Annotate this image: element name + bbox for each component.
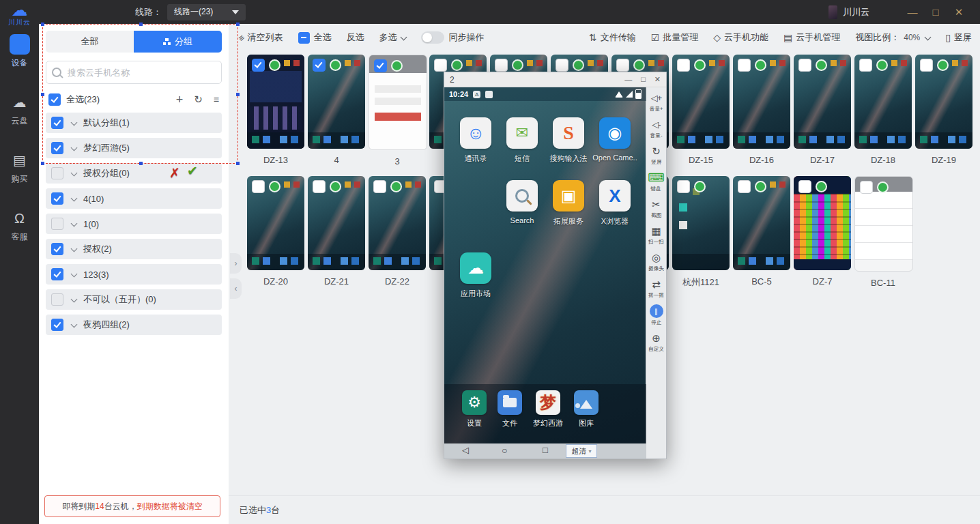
phone-thumbnail-screen[interactable] [854,55,912,149]
sidebar-nav-item[interactable]: 设备 [0,34,39,69]
phone-thumbnail-cell[interactable]: DZ-20 [247,176,304,287]
sync-operation-toggle-item[interactable]: 同步操作 [421,31,485,44]
app-shortcut[interactable]: S 搜狗输入法 [545,117,592,164]
phone-control-button[interactable]: ◎ 摄像头 [647,251,665,273]
app-shortcut[interactable]: ☺ 通讯录 [452,117,499,164]
phone-manage-button[interactable]: ▤云手机管理 [783,31,840,44]
invert-selection-button[interactable]: 反选 [347,31,364,44]
phone-control-button[interactable]: ◁- 音量- [649,118,663,140]
phone-thumbnail-screen[interactable] [308,55,365,149]
4(10)[interactable]: 4(10) [46,188,222,209]
search-input[interactable] [66,67,216,78]
select-all-indeterminate-checkbox[interactable] [298,32,310,44]
app-shortcut[interactable]: ☁ 应用市场 [452,252,499,299]
phone-control-button[interactable]: ∥ 停止 [650,304,663,327]
maximize-button[interactable]: □ [924,6,947,18]
sidebar-nav-item[interactable]: Ω 客服 [0,208,39,243]
group-checkbox[interactable] [51,192,63,205]
panel-expand-button[interactable]: › [230,253,242,274]
phone-thumbnail-cell[interactable]: DZ-15 [672,55,730,165]
chevron-down-icon[interactable] [71,194,78,201]
phone-thumbnail-cell[interactable]: 3 [369,55,426,166]
phone-control-button[interactable]: ⊕ 自定义 [647,332,665,353]
dock-app-shortcut[interactable]: 梦 梦幻西游 [533,390,563,428]
annotation-handle[interactable] [236,162,240,165]
view-scale-control[interactable]: 视图比例： 40% [855,31,930,44]
thumbnail-checkbox[interactable] [252,180,265,193]
phone-thumbnail-screen[interactable] [794,55,851,149]
phone-thumbnail-cell[interactable]: BC-11 [854,176,912,288]
file-transfer-button[interactable]: ⇅文件传输 [589,31,636,44]
multi-select-button[interactable]: 多选 [379,31,406,44]
chevron-down-icon[interactable] [71,220,78,227]
thumbnail-checkbox[interactable] [798,59,811,72]
phone-functions-button[interactable]: ◇云手机功能 [713,31,768,44]
phone-minimize-button[interactable]: — [624,75,632,84]
portrait-mode-button[interactable]: ▯竖屏 [945,31,972,44]
phone-thumbnail-screen[interactable] [915,55,972,149]
group-checkbox[interactable] [51,218,63,230]
search-box[interactable] [46,61,222,84]
phone-maximize-button[interactable]: □ [641,75,646,84]
sidebar-nav-item[interactable]: ▤ 购买 [0,150,39,185]
phone-thumbnail-screen[interactable] [672,176,730,270]
group-checkbox[interactable] [51,293,63,306]
refresh-icon[interactable]: ↻ [194,93,203,106]
phone-thumbnail-cell[interactable]: DZ-16 [733,55,790,165]
minimize-button[interactable]: — [901,6,924,18]
phone-control-button[interactable]: ✂ 截图 [650,198,663,220]
123(3)[interactable]: 123(3) [46,264,222,285]
clear-list-button[interactable]: ≡ 清空列表 [239,31,283,44]
夜鸦四组(2)[interactable]: 夜鸦四组(2) [46,315,222,335]
batch-manage-button[interactable]: ☑批量管理 [651,31,699,44]
phone-control-button[interactable]: ⇄ 摇一摇 [647,278,665,300]
phone-thumbnail-cell[interactable]: DZ-7 [794,176,851,287]
thumbnail-checkbox[interactable] [677,180,690,193]
annotation-handle[interactable] [236,93,240,96]
phone-control-button[interactable]: ▦ 扫一扫 [647,224,665,246]
thumbnail-checkbox[interactable] [859,59,872,72]
thumbnail-checkbox[interactable] [798,180,811,193]
app-shortcut[interactable]: ✉ 短信 [499,117,545,164]
chevron-down-icon[interactable] [71,144,78,151]
phone-thumbnail-screen[interactable] [308,176,365,270]
thumbnail-checkbox[interactable] [374,59,387,72]
phone-thumbnail-cell[interactable]: DZ-18 [854,55,912,165]
phone-thumbnail-screen[interactable] [369,176,426,270]
thumbnail-checkbox[interactable] [738,59,751,72]
thumbnail-checkbox[interactable] [313,180,326,193]
1(0)[interactable]: 1(0) [46,214,222,234]
thumbnail-checkbox[interactable] [860,181,873,194]
app-shortcut[interactable]: Search [499,180,545,224]
panel-collapse-button[interactable]: ‹ [230,278,242,299]
phone-thumbnail-screen[interactable] [733,55,790,149]
phone-thumbnail-cell[interactable]: BC-5 [733,176,790,287]
app-shortcut[interactable]: X X浏览器 [592,180,638,227]
梦幻西游(5)[interactable]: 梦幻西游(5) [46,138,222,158]
授权(2)[interactable]: 授权(2) [46,239,222,259]
close-button[interactable]: ✕ [947,6,970,18]
不可以（五开）(0)[interactable]: 不可以（五开）(0) [46,289,222,310]
phone-thumbnail-cell[interactable]: DZ-19 [915,55,972,165]
phone-control-button[interactable]: ⌨ 键盘 [648,171,665,193]
select-all-checkbox[interactable] [48,93,61,106]
默认分组(1)[interactable]: 默认分组(1) [46,113,222,133]
thumbnail-checkbox[interactable] [738,180,751,193]
chevron-down-icon[interactable] [71,169,78,176]
chevron-down-icon[interactable] [71,245,78,252]
phone-thumbnail-screen[interactable] [672,55,730,149]
thumbnail-checkbox[interactable] [434,59,447,72]
thumbnail-checkbox[interactable] [677,59,690,72]
thumbnail-checkbox[interactable] [556,59,568,72]
app-shortcut[interactable]: ◉ Open Came.. [592,117,638,162]
recents-button[interactable]: □ [543,445,548,455]
quality-selector[interactable]: 超清▾ [566,444,597,458]
phone-thumbnail-cell[interactable]: DZ-21 [308,176,365,287]
thumbnail-checkbox[interactable] [495,59,508,72]
back-button[interactable]: ◁ [462,445,469,455]
app-shortcut[interactable]: ▣ 拓展服务 [545,180,592,227]
collapse-all-icon[interactable]: ≡ [214,94,219,105]
dock-app-shortcut[interactable]: 文件 [498,390,522,428]
chevron-down-icon[interactable] [71,119,78,126]
phone-window-titlebar[interactable]: 2 — □ ✕ [444,72,666,87]
